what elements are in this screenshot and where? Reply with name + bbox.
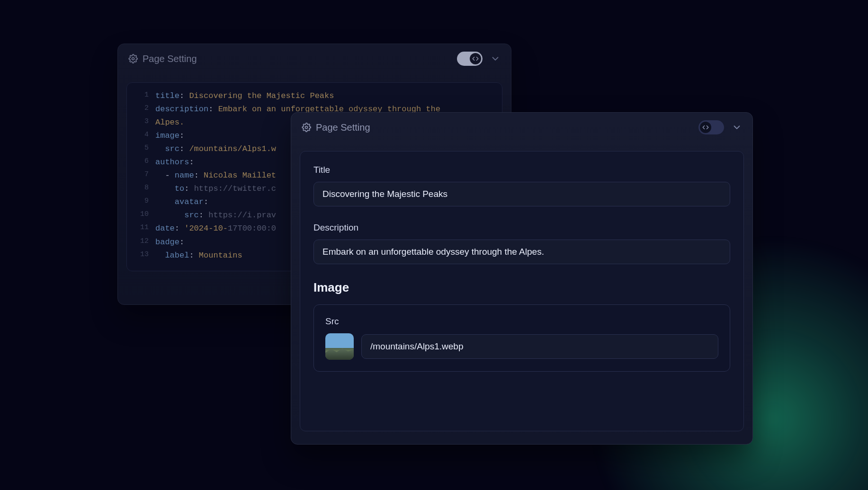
page-setting-form-panel: Page Setting Title Description Image xyxy=(291,112,753,445)
code-text: Alpes. xyxy=(155,116,184,129)
image-src-label: Src xyxy=(325,316,718,327)
code-form-toggle[interactable] xyxy=(698,120,724,134)
code-panel-header: Page Setting xyxy=(118,44,511,74)
line-number: 1 xyxy=(135,89,155,103)
line-number: 6 xyxy=(135,156,155,169)
line-number: 13 xyxy=(135,249,155,262)
code-text: to: https://twitter.c xyxy=(155,182,276,196)
chevron-down-icon[interactable] xyxy=(732,122,742,133)
line-number: 12 xyxy=(135,236,155,249)
code-text: date: '2024-10-17T00:00:0 xyxy=(155,222,276,235)
code-text: - name: Nicolas Maillet xyxy=(155,169,276,182)
description-label: Description xyxy=(313,223,730,233)
code-icon xyxy=(700,122,711,133)
code-text: title: Discovering the Majestic Peaks xyxy=(155,89,334,103)
svg-point-1 xyxy=(305,126,308,129)
line-number: 9 xyxy=(135,196,155,209)
title-label: Title xyxy=(313,165,730,175)
line-number: 3 xyxy=(135,116,155,129)
gear-icon xyxy=(128,54,138,63)
code-text: label: Mountains xyxy=(155,249,242,262)
code-form-toggle[interactable] xyxy=(457,52,483,66)
svg-point-0 xyxy=(132,58,134,60)
line-number: 8 xyxy=(135,182,155,196)
code-text: authors: xyxy=(155,156,194,169)
line-number: 2 xyxy=(135,103,155,116)
form-panel-title: Page Setting xyxy=(316,122,370,133)
line-number: 5 xyxy=(135,143,155,156)
line-number: 10 xyxy=(135,209,155,222)
image-src-input[interactable] xyxy=(361,334,718,359)
gear-icon xyxy=(302,123,311,132)
form-panel-header: Page Setting xyxy=(291,113,752,143)
chevron-down-icon[interactable] xyxy=(490,53,501,64)
line-number: 11 xyxy=(135,222,155,235)
code-text: image: xyxy=(155,129,184,143)
line-number: 7 xyxy=(135,169,155,182)
code-panel-title: Page Setting xyxy=(143,53,197,64)
image-subsection: Src xyxy=(313,304,730,372)
description-input[interactable] xyxy=(313,240,730,264)
line-number: 4 xyxy=(135,129,155,143)
form-body: Title Description Image Src xyxy=(300,151,744,431)
image-thumbnail-preview[interactable] xyxy=(325,333,354,360)
code-text: badge: xyxy=(155,236,184,249)
title-input[interactable] xyxy=(313,182,730,206)
code-line: 1title: Discovering the Majestic Peaks xyxy=(135,89,493,103)
code-text: src: /mountains/Alps1.w xyxy=(155,143,276,156)
code-text: avatar: xyxy=(155,196,208,209)
code-text: src: https://i.prav xyxy=(155,209,276,222)
code-icon xyxy=(470,53,481,64)
image-section-heading: Image xyxy=(313,280,730,295)
